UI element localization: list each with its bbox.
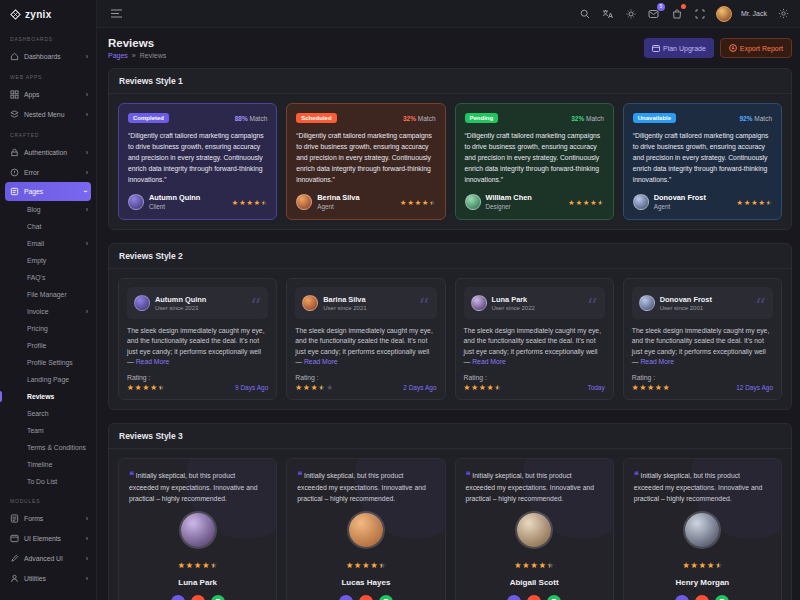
- read-more-link[interactable]: Read More: [472, 358, 506, 365]
- star-rating: ★★★★★★★★★★: [127, 384, 165, 392]
- instagram-icon[interactable]: [211, 595, 225, 600]
- quote-icon: ❝: [297, 470, 302, 480]
- user-name[interactable]: Mr. Jack: [741, 10, 767, 17]
- breadcrumb-current: Reviews: [140, 52, 166, 59]
- translate-icon[interactable]: [601, 7, 615, 21]
- quote-icon: “: [250, 292, 261, 313]
- review-text: The sleek design immediately caught my e…: [632, 326, 773, 368]
- sidebar-item-blog[interactable]: Blog›: [0, 201, 96, 218]
- reviewer-name: Abigail Scott: [466, 578, 603, 587]
- sidebar-item-utilities[interactable]: Utilities ›: [0, 568, 96, 588]
- x-social-icon[interactable]: X: [507, 595, 521, 600]
- reviewer-since: User since 2001: [660, 305, 712, 311]
- chevron-right-icon: ›: [86, 149, 88, 156]
- sidebar-item-timeline[interactable]: Timeline: [0, 456, 96, 473]
- status-badge: Pending: [465, 113, 499, 123]
- sidebar-item-team[interactable]: Team: [0, 422, 96, 439]
- review-card-style1: Pending32% Match “Diligently craft tailo…: [455, 103, 614, 220]
- sidebar-item-terms-conditions[interactable]: Terms & Conditions: [0, 439, 96, 456]
- sidebar-item-invoice[interactable]: Invoice›: [0, 303, 96, 320]
- sidebar-item-profile[interactable]: Profile: [0, 337, 96, 354]
- fullscreen-icon[interactable]: [693, 7, 707, 21]
- instagram-icon[interactable]: [547, 595, 561, 600]
- chevron-right-icon: ›: [86, 515, 88, 522]
- review-card-style1: Completed88% Match “Diligently craft tai…: [118, 103, 277, 220]
- topbar: 5 Mr. Jack: [97, 0, 800, 28]
- app-window: zynix DASHBOARDS Dashboards › WEB APPS A…: [0, 0, 800, 600]
- sidebar-item-profile-settings[interactable]: Profile Settings: [0, 354, 96, 371]
- sidebar-item-advanced-ui[interactable]: Advanced UI ›: [0, 548, 96, 568]
- form-icon: [10, 514, 19, 523]
- section-label-webapps: WEB APPS: [0, 66, 96, 84]
- sidebar-item-chat[interactable]: Chat: [0, 218, 96, 235]
- user-avatar[interactable]: [716, 6, 732, 22]
- search-icon[interactable]: [578, 7, 592, 21]
- sidebar-item-file-manager[interactable]: File Manager: [0, 286, 96, 303]
- read-more-link[interactable]: Read More: [640, 358, 674, 365]
- facebook-icon[interactable]: f: [527, 595, 541, 600]
- cart-icon[interactable]: [670, 7, 684, 21]
- quote-icon: ❝: [634, 470, 639, 480]
- avatar: [128, 194, 144, 210]
- facebook-icon[interactable]: f: [359, 595, 373, 600]
- read-more-link[interactable]: Read More: [136, 358, 170, 365]
- brand-logo[interactable]: zynix: [0, 0, 96, 28]
- sidebar-item-ui-elements[interactable]: UI Elements ›: [0, 528, 96, 548]
- sidebar-item-authentication[interactable]: Authentication ›: [0, 142, 96, 162]
- instagram-icon[interactable]: [715, 595, 729, 600]
- sidebar-item-empty[interactable]: Empty: [0, 252, 96, 269]
- review-card-style1: Scheduled32% Match “Diligently craft tai…: [286, 103, 445, 220]
- review-card-style3: ❝Initially skeptical, but this product e…: [455, 458, 614, 600]
- review-date: 12 Days Ago: [736, 384, 773, 391]
- reviewer-name: Autumn Quinn: [149, 194, 200, 203]
- rating-label: Rating :: [464, 374, 605, 381]
- sidebar-item-reviews[interactable]: Reviews: [0, 388, 96, 405]
- avatar: [302, 295, 318, 311]
- read-more-link[interactable]: Read More: [304, 358, 338, 365]
- x-social-icon[interactable]: X: [675, 595, 689, 600]
- sidebar-item-pricing[interactable]: Pricing: [0, 320, 96, 337]
- sidebar-item-dashboards[interactable]: Dashboards ›: [0, 46, 96, 66]
- page-header: Reviews Pages » Reviews Plan Upgrade Exp…: [97, 28, 800, 68]
- sidebar-item-email[interactable]: Email›: [0, 235, 96, 252]
- reviewer-role: Agent: [654, 203, 706, 210]
- sidebar-item-pages[interactable]: Pages ›: [5, 182, 91, 201]
- status-badge: Scheduled: [296, 113, 336, 123]
- theme-toggle-icon[interactable]: [624, 7, 638, 21]
- rating-label: Rating :: [127, 374, 268, 381]
- sidebar-item-faqs[interactable]: FAQ's: [0, 269, 96, 286]
- hamburger-menu-icon[interactable]: [109, 7, 123, 21]
- home-icon: [10, 52, 19, 61]
- sidebar-item-forms[interactable]: Forms ›: [0, 508, 96, 528]
- chevron-right-icon: ›: [86, 240, 88, 247]
- x-social-icon[interactable]: X: [171, 595, 185, 600]
- sidebar-item-to-do-list[interactable]: To Do List: [0, 473, 96, 490]
- brand-logo-icon: [10, 9, 21, 20]
- sidebar-item-error[interactable]: Error ›: [0, 162, 96, 182]
- star-rating: ★★★★★★★★★★: [737, 199, 772, 206]
- star-rating: ★★★★★★★★★★: [346, 562, 386, 570]
- review-card-style2: Barina SilvaUser since 2021“ The sleek d…: [286, 278, 445, 400]
- export-report-button[interactable]: Export Report: [720, 38, 792, 58]
- breadcrumb: Pages » Reviews: [108, 52, 166, 59]
- sidebar-item-nested-menu[interactable]: Nested Menu ›: [0, 104, 96, 124]
- review-text: The sleek design immediately caught my e…: [464, 326, 605, 368]
- instagram-icon[interactable]: [379, 595, 393, 600]
- messages-icon[interactable]: 5: [647, 7, 661, 21]
- breadcrumb-pages-link[interactable]: Pages: [108, 52, 128, 59]
- star-rating: ★★★★★★★★★★: [568, 199, 603, 206]
- sidebar-item-apps[interactable]: Apps ›: [0, 84, 96, 104]
- facebook-icon[interactable]: f: [191, 595, 205, 600]
- match-percent: 88%: [235, 115, 248, 122]
- settings-icon[interactable]: [776, 7, 790, 21]
- sidebar-item-search[interactable]: Search: [0, 405, 96, 422]
- facebook-icon[interactable]: f: [695, 595, 709, 600]
- star-rating: ★★★★★★★★★★: [464, 384, 502, 392]
- reviewer-name: Autumn Quinn: [155, 295, 206, 304]
- section-label-crafted: CRAFTED: [0, 124, 96, 142]
- sidebar-item-landing-page[interactable]: Landing Page: [0, 371, 96, 388]
- match-percent: 32%: [403, 115, 416, 122]
- x-social-icon[interactable]: X: [339, 595, 353, 600]
- plan-upgrade-button[interactable]: Plan Upgrade: [644, 38, 714, 58]
- reviews-style-1-panel: Reviews Style 1 Completed88% Match “Dili…: [108, 68, 792, 230]
